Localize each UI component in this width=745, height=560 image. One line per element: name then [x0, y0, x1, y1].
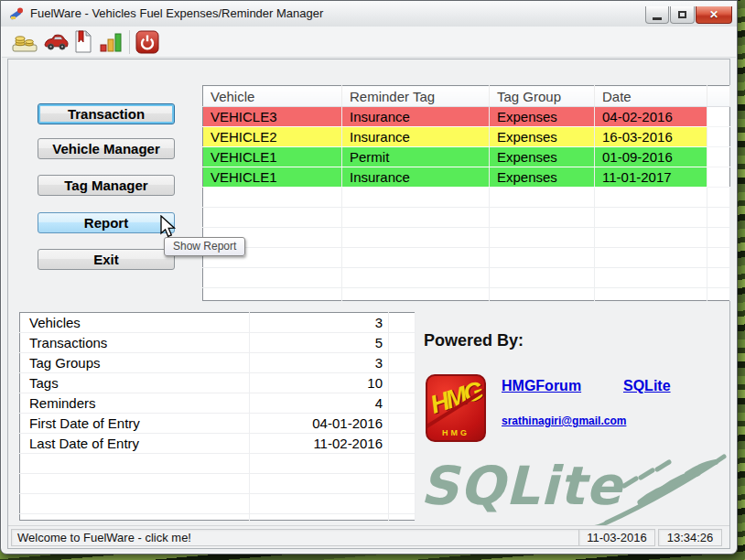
window-controls: ✕ — [645, 6, 733, 24]
report-button[interactable]: Report — [38, 212, 175, 233]
stat-label: Tag Groups — [20, 353, 250, 373]
stats-table: Vehicles 3 Transactions 5 Tag Groups 3 T… — [19, 312, 416, 521]
stats-row: Vehicles 3 — [20, 313, 416, 333]
tooltip: Show Report — [164, 237, 245, 256]
reminders-header-row: Vehicle Reminder Tag Tag Group Date — [203, 86, 730, 107]
hmg-logo[interactable]: HMG HMG — [426, 374, 486, 442]
client-area: Transaction Vehicle Manager Tag Manager … — [7, 59, 730, 549]
cell-reminder-tag: Insurance — [342, 127, 490, 147]
toolbar — [2, 27, 736, 58]
minimize-button[interactable] — [645, 6, 669, 24]
cell-tag-group: Expenses — [490, 127, 595, 147]
reminder-row[interactable]: VEHICLE3 Insurance Expenses 04-02-2016 — [203, 107, 730, 127]
reminder-row[interactable]: VEHICLE1 Insurance Expenses 11-01-2017 — [203, 167, 730, 188]
col-header-reminder-tag[interactable]: Reminder Tag — [342, 86, 490, 107]
empty-row — [203, 248, 730, 268]
window-title: FuelWare - Vehicles Fuel Expenses/Remind… — [30, 1, 323, 27]
col-header-spacer — [707, 86, 730, 107]
toolbar-exit-button[interactable] — [135, 30, 159, 54]
toolbar-tags-button[interactable] — [71, 30, 95, 54]
stats-row: Last Date of Entry 11-02-2016 — [20, 434, 416, 454]
empty-row — [203, 268, 730, 288]
cell-reminder-tag: Insurance — [342, 167, 490, 188]
stats-row: Transactions 5 — [20, 333, 416, 353]
stat-label: First Date of Entry — [20, 414, 250, 434]
stat-label: Tags — [20, 373, 250, 393]
maximize-icon — [678, 11, 686, 18]
cell-vehicle: VEHICLE1 — [203, 167, 342, 188]
cell-date: 16-03-2016 — [595, 127, 707, 147]
cell-spacer — [707, 107, 730, 127]
sqlite-link[interactable]: SQLite — [623, 378, 671, 394]
reminder-row[interactable]: VEHICLE1 Permit Expenses 01-09-2016 — [203, 147, 730, 167]
cell-reminder-tag: Permit — [342, 147, 490, 167]
empty-row — [203, 288, 730, 301]
stat-value: 3 — [250, 353, 389, 373]
status-bar: Welcome to FuelWare - click me! 11-03-20… — [8, 525, 729, 548]
transaction-button[interactable]: Transaction — [38, 103, 175, 124]
cell-tag-group: Expenses — [490, 107, 595, 127]
hmgforum-link[interactable]: HMGForum — [502, 378, 581, 394]
col-header-vehicle[interactable]: Vehicle — [203, 86, 342, 107]
cell-spacer — [707, 167, 730, 188]
money-transactions-icon — [12, 31, 38, 53]
cell-date: 04-02-2016 — [595, 107, 707, 127]
status-message[interactable]: Welcome to FuelWare - click me! — [11, 529, 580, 546]
email-link[interactable]: srathinagiri@gmail.com — [502, 415, 626, 427]
stat-value: 04-01-2016 — [250, 414, 389, 434]
stats-row: Reminders 4 — [20, 393, 416, 414]
minimize-icon — [653, 17, 662, 20]
reminder-row[interactable]: VEHICLE2 Insurance Expenses 16-03-2016 — [203, 127, 730, 147]
mouse-cursor — [158, 215, 178, 239]
cell-vehicle: VEHICLE3 — [203, 107, 342, 127]
tag-manager-button[interactable]: Tag Manager — [38, 175, 175, 196]
cell-vehicle: VEHICLE2 — [203, 127, 342, 147]
vehicle-manager-button[interactable]: Vehicle Manager — [38, 138, 175, 159]
cell-date: 11-01-2017 — [595, 167, 707, 188]
stat-value: 5 — [250, 333, 389, 353]
stat-label: Vehicles — [20, 313, 250, 333]
col-header-date[interactable]: Date — [595, 86, 707, 107]
stat-label: Last Date of Entry — [20, 434, 250, 454]
toolbar-vehicles-button[interactable] — [41, 30, 70, 54]
cell-spacer — [707, 147, 730, 167]
reminders-table: Vehicle Reminder Tag Tag Group Date VEHI… — [202, 85, 730, 301]
close-icon: ✕ — [709, 8, 718, 21]
car-vehicles-icon — [43, 32, 69, 52]
hmg-logo-text: HMG — [426, 375, 486, 421]
col-header-tag-group[interactable]: Tag Group — [490, 86, 595, 107]
empty-row — [20, 494, 416, 514]
toolbar-report-button[interactable] — [97, 30, 124, 54]
hmg-logo-caption: HMG — [427, 428, 484, 437]
stat-label: Reminders — [20, 393, 250, 414]
empty-row — [203, 208, 730, 228]
cell-vehicle: VEHICLE1 — [203, 147, 342, 167]
cell-spacer — [707, 127, 730, 147]
stat-value: 4 — [250, 393, 389, 414]
sqlite-logo: SQLite — [418, 444, 729, 528]
stat-label: Transactions — [20, 333, 250, 353]
close-button[interactable]: ✕ — [696, 6, 732, 24]
desktop: { "window": { "title": "FuelWare - Vehic… — [0, 0, 745, 560]
cell-tag-group: Expenses — [490, 167, 595, 188]
app-window: FuelWare - Vehicles Fuel Expenses/Remind… — [0, 0, 738, 555]
stat-value: 10 — [250, 373, 389, 393]
stats-row: First Date of Entry 04-01-2016 — [20, 414, 416, 434]
empty-row — [20, 514, 416, 521]
sqlite-logo-text: SQLite — [420, 455, 625, 517]
empty-row — [203, 188, 730, 208]
stats-row: Tag Groups 3 — [20, 353, 416, 373]
title-bar: FuelWare - Vehicles Fuel Expenses/Remind… — [1, 1, 737, 27]
toolbar-separator — [129, 30, 130, 54]
bookmark-tags-icon — [73, 30, 93, 54]
stat-value: 3 — [250, 313, 389, 333]
maximize-button[interactable] — [670, 6, 695, 24]
toolbar-transactions-button[interactable] — [10, 30, 39, 54]
stats-row: Tags 10 — [20, 373, 416, 393]
cell-reminder-tag: Insurance — [342, 107, 490, 127]
cell-tag-group: Expenses — [490, 147, 595, 167]
exit-button[interactable]: Exit — [38, 249, 175, 270]
powered-by-heading: Powered By: — [424, 331, 524, 350]
empty-row — [20, 474, 416, 494]
stat-value: 11-02-2016 — [250, 434, 389, 454]
